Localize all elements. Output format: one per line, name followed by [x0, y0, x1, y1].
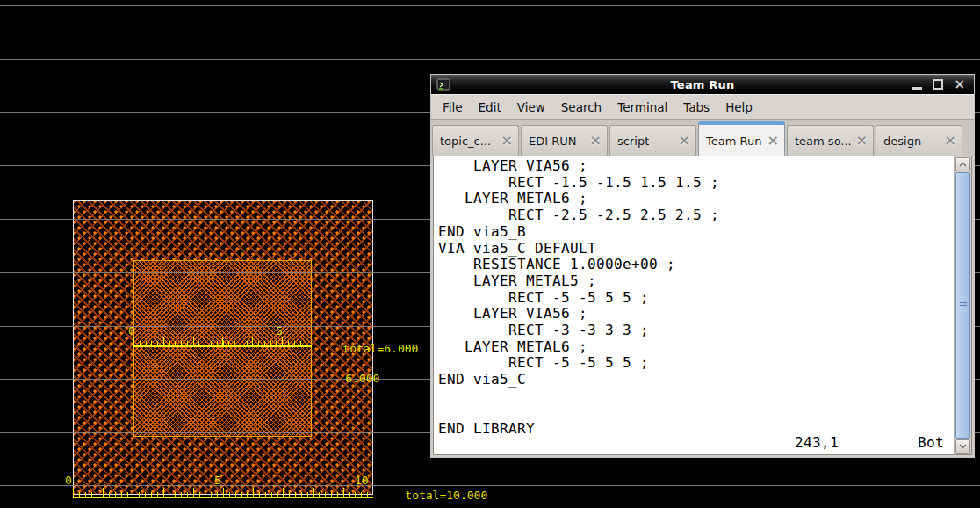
minimize-button[interactable] [912, 84, 922, 90]
menu-item-file[interactable]: File [435, 100, 471, 114]
ruler-mid [133, 335, 312, 347]
maximize-button[interactable] [933, 79, 943, 90]
scroll-indicator: Bot [918, 434, 944, 451]
tab-close-icon[interactable]: × [945, 134, 956, 148]
menu-item-search[interactable]: Search [553, 100, 609, 114]
terminal-text[interactable]: LAYER VIA56 ; RECT -1.5 -1.5 1.5 1.5 ; L… [434, 156, 971, 438]
ruler-mid-label-5: 5 [276, 325, 283, 337]
gridline [0, 5, 980, 6]
menu-item-help[interactable]: Help [717, 100, 760, 114]
menu-item-edit[interactable]: Edit [471, 100, 509, 114]
tab-topic-c[interactable]: topic_c... × [432, 125, 519, 156]
tab-close-icon[interactable]: × [679, 134, 690, 148]
ruler-mid-total: total=6.000 [342, 342, 418, 355]
scrollbar-thumb[interactable] [955, 172, 970, 439]
tab-team-so[interactable]: team so... × [787, 125, 874, 156]
menu-item-terminal[interactable]: Terminal [609, 100, 675, 114]
ruler-bottom-label-10: 10 [355, 475, 369, 486]
cursor-position: 243,1 [795, 434, 839, 451]
window-titlebar[interactable]: Team Run × [431, 75, 974, 94]
tab-close-icon[interactable]: × [767, 134, 779, 148]
ruler-mid-readout: total=6.000 6.000 [315, 326, 418, 401]
tab-bar: topic_c... × EDI RUN × script × Team Run… [431, 120, 974, 156]
tab-design[interactable]: design × [876, 125, 962, 156]
menu-item-tabs[interactable]: Tabs [675, 100, 717, 114]
gridline [0, 59, 980, 60]
menu-item-view[interactable]: View [509, 100, 553, 114]
ruler-bottom-total: total=10.000 [405, 489, 487, 502]
scroll-up-button[interactable] [955, 157, 970, 171]
vim-status-line: 243,1 Bot [434, 434, 950, 450]
ruler-bottom-label-0: 0 [65, 475, 72, 486]
tab-close-icon[interactable]: × [590, 134, 602, 148]
scrollbar[interactable] [954, 156, 971, 454]
tab-team-run[interactable]: Team Run × [698, 121, 785, 156]
close-button[interactable]: × [954, 78, 965, 91]
tab-script[interactable]: script × [609, 125, 696, 156]
terminal-window: Team Run × File Edit View Search Termina… [430, 74, 975, 458]
menu-bar: File Edit View Search Terminal Tabs Help [431, 94, 974, 120]
window-title: Team Run [431, 78, 974, 91]
ruler-bottom [73, 486, 373, 498]
via-cut-shape[interactable] [133, 260, 312, 437]
tab-close-icon[interactable]: × [501, 134, 513, 148]
tab-close-icon[interactable]: × [856, 134, 868, 148]
ruler-bottom-readout: total=10.000 10.000 [378, 473, 487, 508]
scroll-down-button[interactable] [955, 439, 970, 454]
ruler-mid-label-0: 0 [128, 325, 135, 337]
ruler-mid-length: 6.000 [342, 372, 379, 385]
terminal-content[interactable]: LAYER VIA56 ; RECT -1.5 -1.5 1.5 1.5 ; L… [433, 156, 972, 455]
ruler-bottom-label-5: 5 [214, 475, 221, 486]
tab-edi-run[interactable]: EDI RUN × [521, 125, 608, 156]
